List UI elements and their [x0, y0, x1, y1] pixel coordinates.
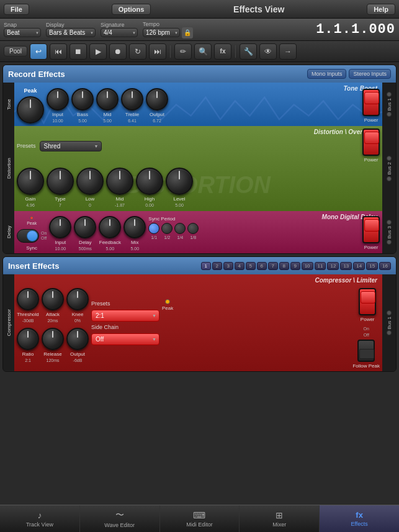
delay-feedback-knob[interactable]	[99, 216, 121, 238]
comp-output-knob[interactable]	[66, 328, 89, 350]
dist-high-knob[interactable]	[136, 168, 163, 195]
tab-effects[interactable]: fx Effects	[320, 505, 399, 532]
delay-dot-3[interactable]	[174, 223, 186, 234]
tone-peak-knob[interactable]	[17, 96, 44, 124]
ins-tab-10[interactable]: 10	[302, 262, 313, 270]
dist-low-knob[interactable]	[76, 168, 104, 195]
fx-button[interactable]: fx	[214, 43, 231, 60]
zoom-button[interactable]: 🔍	[194, 43, 212, 60]
rewind-button[interactable]: ⏮	[50, 43, 67, 60]
help-button[interactable]: Help	[367, 4, 395, 15]
tempo-select[interactable]: 126 bpm	[143, 28, 180, 37]
comp-knee-knob[interactable]	[66, 288, 89, 310]
tone-power-label: Power	[364, 117, 379, 123]
tab-track-view[interactable]: ♪ Track View	[0, 505, 80, 532]
play-button[interactable]: ▶	[89, 43, 107, 60]
tone-bass-knob[interactable]	[71, 88, 94, 110]
tempo-select-wrap[interactable]: 126 bpm	[143, 28, 180, 37]
stop-button[interactable]: ⏹	[69, 43, 87, 60]
delay-peak-text: Peak	[27, 221, 37, 225]
ins-tab-5[interactable]: 5	[246, 262, 256, 270]
comp-ratio-knob[interactable]	[17, 328, 39, 350]
ins-tab-7[interactable]: 7	[268, 262, 278, 270]
comp-output-label: Output	[70, 351, 85, 357]
delay-power-toggle[interactable]	[362, 216, 380, 243]
comp-bus-right: Bus 1	[382, 274, 396, 371]
stereo-inputs-button[interactable]: Stereo Inputs	[349, 69, 391, 79]
comp-on-text: On	[364, 326, 369, 332]
delay-on-text: On	[41, 231, 47, 236]
delay-input-knob[interactable]	[49, 216, 71, 238]
comp-power-toggle[interactable]	[359, 288, 376, 315]
ins-tab-12[interactable]: 12	[327, 262, 339, 270]
dist-low-group: Low 0	[76, 168, 104, 207]
undo-button[interactable]: ↩	[30, 43, 47, 60]
tone-treble-group: Treble 6.41	[121, 88, 143, 123]
loop-button[interactable]: ↻	[129, 43, 146, 60]
display-select[interactable]: Bars & Beats	[46, 28, 96, 37]
comp-follow-toggle[interactable]	[357, 340, 375, 362]
tone-treble-knob[interactable]	[121, 88, 143, 110]
delay-dot-4[interactable]	[187, 223, 199, 234]
distortion-preset-select[interactable]: Shred	[40, 141, 102, 151]
tone-output-knob[interactable]	[146, 88, 168, 110]
dist-mid-knob[interactable]	[106, 168, 133, 195]
display-select-wrap[interactable]: Bars & Beats	[46, 28, 96, 37]
tab-wave-editor[interactable]: 〜 Wave Editor	[80, 505, 160, 532]
tab-mixer[interactable]: ⊞ Mixer	[240, 505, 320, 532]
comp-preset-wrap[interactable]: 2:1	[91, 309, 159, 322]
binoculars-button[interactable]: 👁	[259, 43, 277, 60]
record-button[interactable]: ⏺	[109, 43, 127, 60]
comp-threshold-group: Threshold -30dB	[17, 288, 39, 323]
pool-button[interactable]: Pool	[4, 46, 27, 56]
signature-select[interactable]: 4/4	[101, 28, 138, 37]
distortion-preset-wrap[interactable]: Shred	[40, 140, 102, 151]
wrench-button[interactable]: 🔧	[240, 43, 257, 60]
fastforward-button[interactable]: ⏭	[149, 43, 166, 60]
dist-power-toggle[interactable]	[362, 128, 380, 156]
comp-threshold-knob[interactable]	[17, 288, 39, 310]
ins-tab-6[interactable]: 6	[257, 262, 267, 270]
delay-delay-knob[interactable]	[74, 216, 96, 238]
ins-tab-4[interactable]: 4	[235, 262, 244, 270]
tone-treble-value: 6.41	[128, 119, 137, 123]
tab-midi-editor[interactable]: ⌨ Midi Editor	[160, 505, 240, 532]
file-button[interactable]: File	[4, 4, 29, 15]
tone-power-toggle[interactable]	[362, 89, 380, 116]
tone-input-knob[interactable]	[47, 88, 69, 110]
ins-tab-11[interactable]: 11	[315, 262, 326, 270]
ins-tab-15[interactable]: 15	[366, 262, 378, 270]
tone-output-group: Output 6.72	[146, 88, 168, 123]
options-button[interactable]: Options	[112, 4, 151, 15]
comp-attack-knob[interactable]	[42, 288, 64, 310]
comp-release-knob[interactable]	[42, 328, 64, 350]
ins-tab-16[interactable]: 16	[379, 262, 391, 270]
comp-sidechain-select[interactable]: Off	[91, 333, 159, 345]
ins-tab-3[interactable]: 3	[223, 262, 233, 270]
comp-preset-select[interactable]: 2:1	[91, 310, 159, 322]
ins-tab-14[interactable]: 14	[353, 262, 365, 270]
signature-select-wrap[interactable]: 4/4	[101, 28, 138, 37]
delay-sync-toggle[interactable]	[17, 229, 39, 243]
dist-gain-knob[interactable]	[17, 168, 44, 195]
dist-level-knob[interactable]	[166, 168, 193, 195]
track-view-label: Track View	[26, 521, 53, 528]
mono-inputs-button[interactable]: Mono Inputs	[307, 69, 347, 79]
dist-type-knob[interactable]	[47, 168, 74, 195]
tone-mid-knob[interactable]	[96, 88, 119, 110]
comp-sidechain-wrap[interactable]: Off	[91, 333, 159, 345]
ins-tab-1[interactable]: 1	[201, 262, 211, 270]
ins-tab-9[interactable]: 9	[290, 262, 300, 270]
ins-tab-8[interactable]: 8	[279, 262, 289, 270]
tone-output-label: Output	[150, 112, 164, 117]
ins-tab-13[interactable]: 13	[340, 262, 352, 270]
delay-mix-knob[interactable]	[123, 216, 146, 238]
ins-tab-2[interactable]: 2	[212, 262, 222, 270]
export-button[interactable]: →	[279, 43, 297, 60]
snap-select[interactable]: Beat	[4, 28, 41, 37]
snap-select-wrap[interactable]: Beat	[4, 28, 41, 37]
snap-group: Snap Beat	[4, 22, 41, 37]
pencil-button[interactable]: ✏	[174, 43, 192, 60]
delay-dot-1[interactable]	[148, 223, 159, 234]
delay-dot-2[interactable]	[161, 223, 173, 234]
